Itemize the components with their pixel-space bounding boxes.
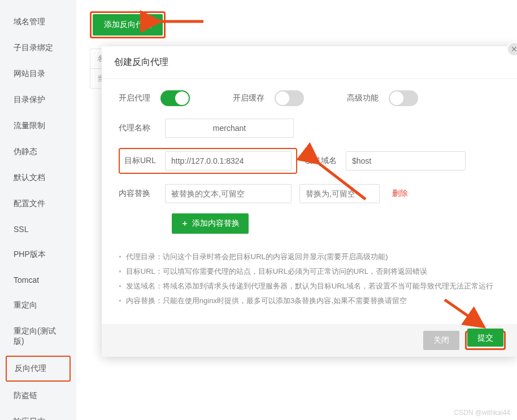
sidebar-item-subdir[interactable]: 子目录绑定 bbox=[0, 35, 76, 61]
hint-item: 发送域名：将域名添加到请求头传递到代理服务器，默认为目标URL域名，若设置不当可… bbox=[119, 279, 500, 294]
sidebar-item-tomcat[interactable]: Tomcat bbox=[0, 268, 76, 292]
hint-item: 目标URL：可以填写你需要代理的站点，目标URL必须为可正常访问的URL，否则将… bbox=[119, 264, 500, 279]
sidebar-item-response-log[interactable]: 响应日志 bbox=[0, 409, 76, 420]
submit-button[interactable]: 提交 bbox=[467, 329, 503, 347]
toggle-cache[interactable] bbox=[275, 90, 304, 106]
target-url-input[interactable] bbox=[165, 151, 292, 170]
toggle-advanced-label: 高级功能 bbox=[347, 93, 381, 103]
content-replace-label: 内容替换 bbox=[119, 189, 157, 199]
submit-highlight: 提交 bbox=[465, 331, 506, 350]
sidebar-item-dir-protect[interactable]: 目录保护 bbox=[0, 87, 76, 113]
sidebar-item-redirect[interactable]: 重定向 bbox=[0, 292, 76, 318]
content-replace-to-input[interactable] bbox=[299, 184, 380, 203]
sidebar: 域名管理 子目录绑定 网站目录 目录保护 流量限制 伪静态 默认文档 配置文件 … bbox=[0, 0, 76, 420]
sidebar-item-ssl[interactable]: SSL bbox=[0, 217, 76, 242]
send-domain-label: 发送域名 bbox=[305, 156, 338, 166]
proxy-name-input[interactable] bbox=[165, 119, 294, 138]
target-url-highlight: 目标URL bbox=[119, 148, 297, 174]
sidebar-item-default-doc[interactable]: 默认文档 bbox=[0, 165, 76, 191]
sidebar-item-domain[interactable]: 域名管理 bbox=[0, 9, 76, 35]
hints-list: 代理目录：访问这个目录时将会把目标URL的内容返回并显示(需要开启高级功能) 目… bbox=[119, 250, 500, 308]
toggle-advanced[interactable] bbox=[389, 90, 418, 106]
sidebar-item-site-dir[interactable]: 网站目录 bbox=[0, 61, 76, 87]
modal-body: 开启代理 开启缓存 高级功能 代理名称 目标URL 发送域名 bbox=[102, 79, 517, 324]
sidebar-item-antileech[interactable]: 防盗链 bbox=[0, 383, 76, 409]
send-domain-input[interactable] bbox=[346, 151, 466, 170]
hint-item: 代理目录：访问这个目录时将会把目标URL的内容返回并显示(需要开启高级功能) bbox=[119, 250, 500, 264]
toggle-cache-label: 开启缓存 bbox=[233, 93, 267, 103]
sidebar-item-config[interactable]: 配置文件 bbox=[0, 191, 76, 217]
modal-footer: 关闭 提交 bbox=[102, 324, 517, 357]
delete-replace-link[interactable]: 删除 bbox=[392, 189, 408, 199]
hint-item: 内容替换：只能在使用nginx时提供，最多可以添加3条替换内容,如果不需要替换请… bbox=[119, 294, 500, 308]
proxy-name-label: 代理名称 bbox=[119, 123, 157, 133]
add-content-label: 添加内容替换 bbox=[192, 218, 240, 229]
target-url-label: 目标URL bbox=[124, 156, 157, 166]
toggle-proxy[interactable] bbox=[160, 90, 190, 106]
watermark: CSDN @withkai44 bbox=[454, 409, 510, 417]
modal-title: 创建反向代理 bbox=[102, 46, 517, 79]
sidebar-item-rewrite[interactable]: 伪静态 bbox=[0, 139, 76, 165]
add-reverse-proxy-button[interactable]: 添加反向代理 bbox=[93, 14, 163, 36]
plus-icon: ＋ bbox=[181, 218, 189, 229]
sidebar-item-traffic[interactable]: 流量限制 bbox=[0, 113, 76, 139]
toggle-proxy-label: 开启代理 bbox=[119, 93, 153, 103]
content-replace-from-input[interactable] bbox=[165, 184, 292, 203]
add-button-highlight: 添加反向代理 bbox=[90, 11, 166, 38]
sidebar-item-reverse-proxy[interactable]: 反向代理 bbox=[6, 356, 71, 382]
create-proxy-modal: ✕ 创建反向代理 开启代理 开启缓存 高级功能 代理名称 目标URL bbox=[102, 46, 517, 357]
sidebar-item-redirect-beta[interactable]: 重定向(测试版) bbox=[0, 318, 76, 355]
cancel-button[interactable]: 关闭 bbox=[423, 331, 459, 350]
sidebar-item-php[interactable]: PHP版本 bbox=[0, 242, 76, 268]
add-content-replace-button[interactable]: ＋ 添加内容替换 bbox=[172, 213, 249, 234]
